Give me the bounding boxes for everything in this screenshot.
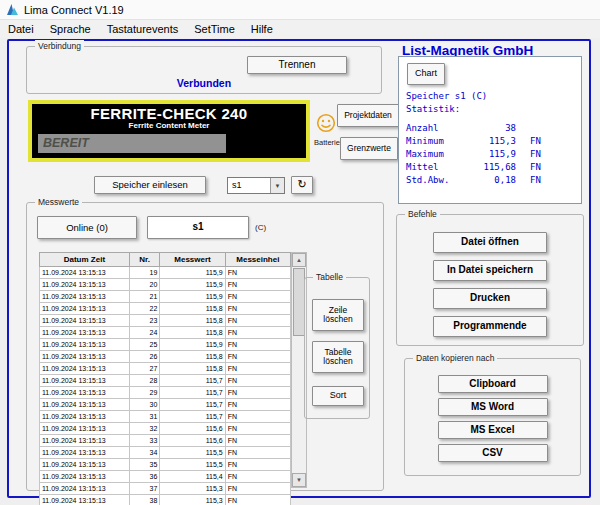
cell-messwert: 115,8 bbox=[160, 303, 225, 315]
stat-row: Std.Abw. 0,18 FN bbox=[406, 174, 577, 187]
cell-messwert: 115,9 bbox=[160, 291, 225, 303]
window-title: Lima Connect V1.19 bbox=[24, 4, 124, 16]
command-button[interactable]: Drucken bbox=[433, 288, 547, 309]
menu-item[interactable]: Tastaturevents bbox=[99, 21, 187, 37]
header-messwert[interactable]: Messwert bbox=[160, 253, 225, 267]
table-row[interactable]: 11.09.2024 13:15:13 30 115,7 FN bbox=[40, 399, 291, 411]
table-row[interactable]: 11.09.2024 13:15:13 21 115,9 FN bbox=[40, 291, 291, 303]
cell-messeinheit: FN bbox=[225, 483, 290, 495]
cell-messwert: 115,8 bbox=[160, 327, 225, 339]
table-row[interactable]: 11.09.2024 13:15:13 24 115,8 FN bbox=[40, 327, 291, 339]
connection-status: Verbunden bbox=[27, 77, 381, 89]
chart-button[interactable]: Chart bbox=[407, 63, 445, 85]
stat-label: Maximum bbox=[406, 148, 470, 161]
table-row[interactable]: 11.09.2024 13:15:13 23 115,8 FN bbox=[40, 315, 291, 327]
refresh-button[interactable]: ↻ bbox=[291, 176, 313, 194]
befehle-group-label: Befehle bbox=[405, 208, 440, 220]
scroll-up-button[interactable]: ▲ bbox=[292, 253, 306, 267]
measurement-table-container: Datum Zeit Nr. Messwert Messeinhei 11.09… bbox=[39, 252, 307, 488]
sort-button[interactable]: Sort bbox=[312, 386, 364, 406]
zeile-loeschen-button[interactable]: Zeile löschen bbox=[312, 299, 364, 331]
tabelle-loeschen-button[interactable]: Tabelle löschen bbox=[312, 341, 364, 373]
copy-target-button[interactable]: Clipboard bbox=[438, 375, 548, 393]
menu-item[interactable]: Sprache bbox=[42, 21, 99, 37]
stat-unit: FN bbox=[516, 148, 577, 161]
statistics-panel: Chart Speicher s1 (C) Statistik: Anzahl … bbox=[398, 56, 582, 204]
table-row[interactable]: 11.09.2024 13:15:13 36 115,4 FN bbox=[40, 471, 291, 483]
online-button[interactable]: Online (0) bbox=[37, 216, 137, 239]
table-row[interactable]: 11.09.2024 13:15:13 32 115,6 FN bbox=[40, 423, 291, 435]
connection-group: Verbindung Trennen Verbunden bbox=[26, 46, 382, 94]
table-row[interactable]: 11.09.2024 13:15:13 38 115,3 FN bbox=[40, 495, 291, 505]
cell-datetime: 11.09.2024 13:15:13 bbox=[40, 375, 130, 387]
table-row[interactable]: 11.09.2024 13:15:13 20 115,9 FN bbox=[40, 279, 291, 291]
table-row[interactable]: 11.09.2024 13:15:13 29 115,7 FN bbox=[40, 387, 291, 399]
cell-nr: 24 bbox=[129, 327, 160, 339]
table-row[interactable]: 11.09.2024 13:15:13 35 115,5 FN bbox=[40, 459, 291, 471]
cell-nr: 20 bbox=[129, 279, 160, 291]
command-button[interactable]: Programmende bbox=[433, 316, 547, 337]
cell-messeinheit: FN bbox=[225, 267, 290, 279]
cell-messwert: 115,3 bbox=[160, 495, 225, 505]
chevron-down-icon[interactable]: ▼ bbox=[270, 178, 284, 193]
table-row[interactable]: 11.09.2024 13:15:13 19 115,9 FN bbox=[40, 267, 291, 279]
copy-target-button[interactable]: MS Word bbox=[438, 398, 548, 416]
table-row[interactable]: 11.09.2024 13:15:13 31 115,7 FN bbox=[40, 411, 291, 423]
cell-nr: 21 bbox=[129, 291, 160, 303]
cell-messwert: 115,6 bbox=[160, 423, 225, 435]
table-header-row: Datum Zeit Nr. Messwert Messeinhei bbox=[40, 253, 291, 267]
trennen-button[interactable]: Trennen bbox=[247, 56, 347, 74]
cell-messwert: 115,5 bbox=[160, 447, 225, 459]
header-messeinheit[interactable]: Messeinhei bbox=[225, 253, 290, 267]
speicher-einlesen-button[interactable]: Speicher einlesen bbox=[94, 176, 206, 194]
scroll-down-button[interactable]: ▼ bbox=[292, 473, 306, 487]
cell-messeinheit: FN bbox=[225, 315, 290, 327]
grenzwerte-button[interactable]: Grenzwerte bbox=[340, 137, 398, 160]
menu-item[interactable]: SetTime bbox=[186, 21, 243, 37]
memory-tab-s1[interactable]: s1 bbox=[147, 216, 249, 239]
copy-target-button[interactable]: MS Excel bbox=[438, 421, 548, 439]
messwerte-group: Messwerte Online (0) s1 (C) Datum Zeit N… bbox=[26, 202, 384, 491]
cell-messeinheit: FN bbox=[225, 459, 290, 471]
table-row[interactable]: 11.09.2024 13:15:13 25 115,9 FN bbox=[40, 339, 291, 351]
table-row[interactable]: 11.09.2024 13:15:13 22 115,8 FN bbox=[40, 303, 291, 315]
table-row[interactable]: 11.09.2024 13:15:13 27 115,8 FN bbox=[40, 363, 291, 375]
cell-nr: 34 bbox=[129, 447, 160, 459]
cell-messeinheit: FN bbox=[225, 411, 290, 423]
header-datum-zeit[interactable]: Datum Zeit bbox=[40, 253, 130, 267]
title-bar: Lima Connect V1.19 bbox=[0, 0, 600, 20]
cell-messeinheit: FN bbox=[225, 351, 290, 363]
cell-nr: 36 bbox=[129, 471, 160, 483]
command-button[interactable]: Datei öffnen bbox=[433, 232, 547, 253]
cell-messwert: 115,7 bbox=[160, 375, 225, 387]
memory-combobox[interactable]: s1 ▼ bbox=[227, 177, 285, 194]
stat-value: 0,18 bbox=[470, 174, 516, 187]
menu-item[interactable]: Hilfe bbox=[243, 21, 281, 37]
copy-target-button[interactable]: CSV bbox=[438, 444, 548, 462]
table-row[interactable]: 11.09.2024 13:15:13 28 115,7 FN bbox=[40, 375, 291, 387]
cell-nr: 27 bbox=[129, 363, 160, 375]
projektdaten-button[interactable]: Projektdaten bbox=[337, 104, 399, 127]
table-row[interactable]: 11.09.2024 13:15:13 34 115,5 FN bbox=[40, 447, 291, 459]
stat-unit bbox=[516, 122, 577, 135]
stats-memory-header: Speicher s1 (C) bbox=[406, 90, 577, 103]
cell-nr: 23 bbox=[129, 315, 160, 327]
cell-nr: 28 bbox=[129, 375, 160, 387]
table-row[interactable]: 11.09.2024 13:15:13 37 115,3 FN bbox=[40, 483, 291, 495]
stat-row: Maximum 115,9 FN bbox=[406, 148, 577, 161]
cell-nr: 25 bbox=[129, 339, 160, 351]
cell-messwert: 115,7 bbox=[160, 399, 225, 411]
table-row[interactable]: 11.09.2024 13:15:13 33 115,6 FN bbox=[40, 435, 291, 447]
unit-suffix-label: (C) bbox=[255, 223, 266, 232]
device-lcd-display: FERRITE-CHECK 240 Ferrite Content Meter … bbox=[28, 100, 310, 162]
cell-messwert: 115,4 bbox=[160, 471, 225, 483]
cell-datetime: 11.09.2024 13:15:13 bbox=[40, 267, 130, 279]
header-nr[interactable]: Nr. bbox=[129, 253, 160, 267]
cell-messeinheit: FN bbox=[225, 339, 290, 351]
table-row[interactable]: 11.09.2024 13:15:13 26 115,8 FN bbox=[40, 351, 291, 363]
cell-messwert: 115,7 bbox=[160, 411, 225, 423]
cell-nr: 38 bbox=[129, 495, 160, 505]
cell-messwert: 115,6 bbox=[160, 435, 225, 447]
command-button[interactable]: In Datei speichern bbox=[433, 260, 547, 281]
menu-item[interactable]: Datei bbox=[0, 21, 42, 37]
